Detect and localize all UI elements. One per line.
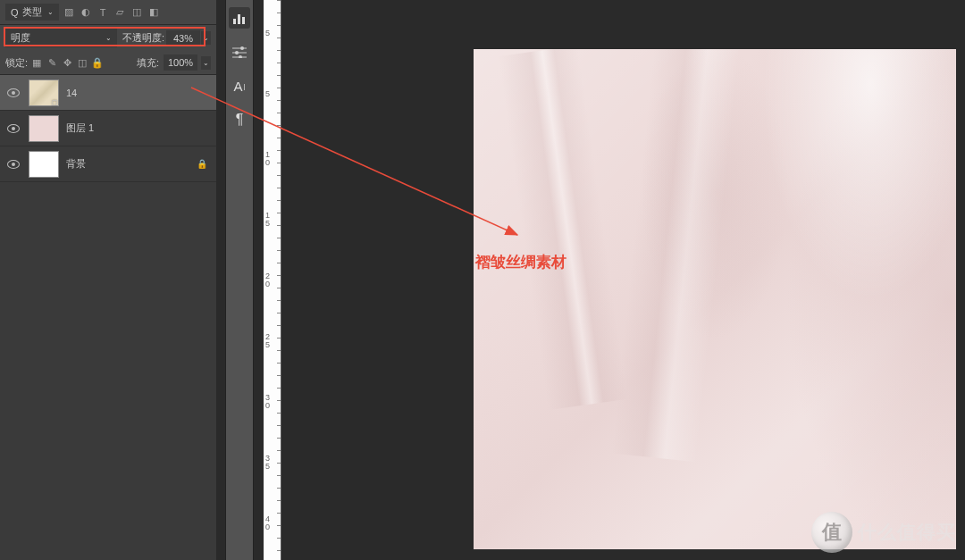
svg-rect-2 [242,17,245,24]
vertical-ruler: 5510152025303540 [264,0,281,560]
ruler-tick: 30 [265,394,270,410]
visibility-toggle[interactable] [0,160,27,169]
watermark: 值 什么值得买 [811,512,956,553]
lock-artboard-icon[interactable]: ◫ [76,56,88,70]
document-canvas[interactable] [474,49,956,549]
layer-name[interactable]: 图层 1 [66,121,216,135]
filter-pixel-icon[interactable]: ▨ [63,5,76,19]
layer-thumbnail[interactable] [29,151,59,178]
filter-artboard-icon[interactable]: ◧ [147,5,161,19]
properties-toolstrip: A| ¶ [225,0,254,560]
watermark-badge: 值 [811,512,852,553]
paragraph-icon[interactable]: ¶ [229,109,250,130]
blend-mode-dropdown[interactable]: 明度 ⌄ [5,29,117,47]
watermark-text: 什么值得买 [858,520,956,545]
blend-mode-value: 明度 [11,31,30,45]
visibility-toggle[interactable] [0,88,27,97]
layer-item-14[interactable]: 14 [0,75,216,111]
opacity-input[interactable]: 43% [166,30,200,46]
lock-all-icon[interactable]: 🔒 [91,56,104,70]
svg-point-8 [239,55,242,58]
fill-input[interactable]: 100% [164,54,197,71]
search-icon: Q [11,7,19,18]
ruler-tick: 5 [265,29,270,38]
layer-thumbnail[interactable] [29,79,59,106]
eye-icon [7,88,20,97]
opacity-label: 不透明度: [122,31,164,45]
chevron-down-icon: ⌄ [47,8,54,16]
fill-chevron-icon[interactable]: ⌄ [201,56,211,70]
svg-point-6 [235,51,239,54]
lock-icon: 🔒 [197,159,207,169]
layer-filter-row: Q 类型 ⌄ ▨ ◐ T ▱ ◫ ◧ [0,0,216,25]
lock-position-icon[interactable]: ✥ [61,56,73,70]
svg-point-4 [240,46,244,50]
ruler-tick: 5 [265,90,270,98]
layer-list: 14 图层 1 背景 🔒 [0,75,216,560]
lock-transparent-icon[interactable]: ▦ [30,56,43,70]
histogram-icon[interactable] [229,7,250,29]
visibility-toggle[interactable] [0,124,27,133]
lock-row: 锁定: ▦ ✎ ✥ ◫ 🔒 填充: 100% ⌄ [0,51,216,75]
layer-name[interactable]: 14 [66,88,216,98]
filter-type-icon[interactable]: T [96,5,110,19]
layer-item-layer1[interactable]: 图层 1 [0,111,216,146]
lock-label: 锁定: [5,56,28,70]
fill-label: 填充: [137,56,159,70]
ruler-tick: 15 [265,212,270,228]
eye-icon [7,124,20,133]
chevron-down-icon: ⌄ [105,34,112,42]
filter-shape-icon[interactable]: ▱ [113,5,127,19]
ruler-tick: 20 [265,272,270,288]
svg-rect-1 [238,14,240,24]
layer-item-background[interactable]: 背景 🔒 [0,146,216,182]
filter-type-dropdown[interactable]: Q 类型 ⌄ [5,4,59,21]
layers-panel: Q 类型 ⌄ ▨ ◐ T ▱ ◫ ◧ 明度 ⌄ 不透明度: 43% ⌄ 锁定: … [0,0,216,560]
svg-rect-0 [233,19,236,24]
character-icon[interactable]: A| [229,75,250,96]
filter-type-label: 类型 [22,5,42,19]
blend-opacity-row: 明度 ⌄ 不透明度: 43% ⌄ [0,25,216,51]
layer-name[interactable]: 背景 [66,157,197,171]
ruler-tick: 35 [265,455,270,471]
adjustments-icon[interactable] [229,41,250,63]
layer-thumbnail[interactable] [29,115,59,142]
opacity-chevron-icon[interactable]: ⌄ [201,31,211,45]
filter-adjustment-icon[interactable]: ◐ [80,5,93,19]
ruler-tick: 40 [265,515,270,531]
annotation-label: 褶皱丝绸素材 [475,252,566,272]
filter-smartobject-icon[interactable]: ◫ [130,5,144,19]
eye-icon [7,160,20,169]
lock-brush-icon[interactable]: ✎ [46,56,58,70]
ruler-tick: 25 [265,333,270,349]
ruler-tick: 10 [265,151,270,167]
canvas-area[interactable] [281,0,965,560]
